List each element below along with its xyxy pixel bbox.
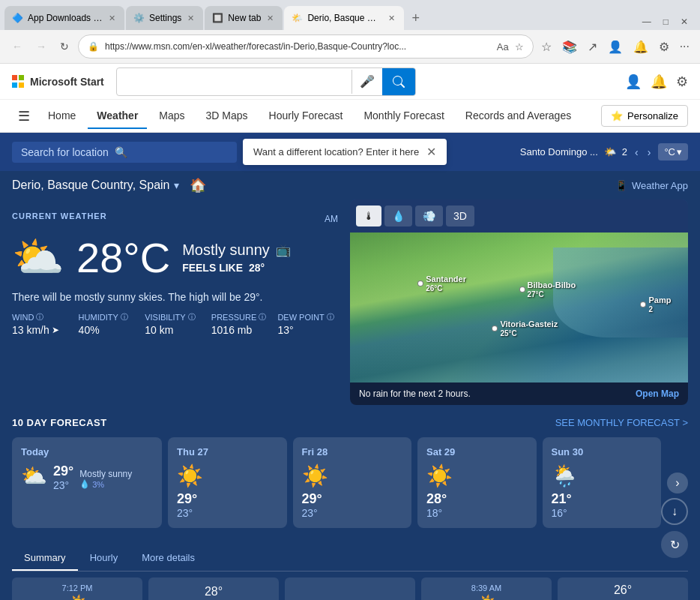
map-3d-button[interactable]: 3D xyxy=(446,206,474,226)
location-dropdown-icon: ▾ xyxy=(174,179,179,191)
summary-temp-5: 26° xyxy=(567,584,679,597)
read-mode-icon: Aa xyxy=(497,41,509,52)
personalize-button[interactable]: ⭐ Personalize xyxy=(601,105,688,127)
search-location-placeholder: Search for location xyxy=(21,146,109,158)
map-rain-info: No rain for the next 2 hours. Open Map xyxy=(350,382,688,405)
map-wind-button[interactable]: 💨 xyxy=(415,206,443,226)
forecast-low-today: 23° xyxy=(53,479,73,491)
msn-logo[interactable]: Microsoft Start xyxy=(12,75,104,88)
forecast-next-button[interactable]: › xyxy=(667,472,688,494)
tab-summary[interactable]: Summary xyxy=(12,546,78,571)
maximize-button[interactable]: □ xyxy=(659,14,673,30)
tab-derio[interactable]: 🌤️ Derio, Basque Countr... ✕ xyxy=(284,6,404,30)
map-temp-button[interactable]: 🌡 xyxy=(356,206,381,226)
weather-desc-title: Mostly sunny 📺 xyxy=(182,242,291,259)
address-text: https://www.msn.com/en-xl/weather/foreca… xyxy=(105,41,491,52)
nav-item-3d-maps[interactable]: 3D Maps xyxy=(197,104,257,129)
weather-app-button[interactable]: 📱 Weather App xyxy=(615,180,688,191)
nav-item-home[interactable]: Home xyxy=(39,104,85,129)
location-tooltip: Want a different location? Enter it here… xyxy=(243,139,447,165)
tab-more-details[interactable]: More details xyxy=(130,546,207,571)
stat-pressure: PRESSURE ⓘ 1016 mb xyxy=(211,312,272,336)
map-city-santander-label: Santander26°C xyxy=(426,274,466,292)
tab-hourly[interactable]: Hourly xyxy=(78,546,130,571)
tab-close-3[interactable]: ✕ xyxy=(265,12,275,25)
summary-card-5: 26° xyxy=(558,578,688,600)
summary-row: 7:12 PM ☀️ 28° Today 28° Thu 27 8:39 AM … xyxy=(12,572,688,600)
nav-item-weather[interactable]: Weather xyxy=(88,104,147,129)
msn-settings-button[interactable]: ⚙ xyxy=(676,74,688,90)
tab-close-2[interactable]: ✕ xyxy=(186,12,196,25)
address-bar[interactable]: 🔒 https://www.msn.com/en-xl/weather/fore… xyxy=(78,34,534,58)
bottom-section: Summary Hourly More details 7:12 PM ☀️ 2… xyxy=(0,540,700,600)
reload-button[interactable]: ↻ xyxy=(55,38,73,56)
tab-app-downloads[interactable]: 🔷 App Downloads for W... ✕ xyxy=(4,6,124,30)
tab-new-tab[interactable]: 🔲 New tab ✕ xyxy=(205,6,283,30)
minimize-button[interactable]: — xyxy=(638,14,656,30)
forecast-high-thu27: 29° xyxy=(177,491,278,507)
stat-dew-point-label: DEW POINT ⓘ xyxy=(277,312,338,322)
browser-toolbar: ← → ↻ 🔒 https://www.msn.com/en-xl/weathe… xyxy=(0,30,700,63)
open-map-button[interactable]: Open Map xyxy=(636,388,679,399)
forecast-rain-today: 💧 3% xyxy=(79,479,132,489)
hamburger-menu[interactable]: ☰ xyxy=(12,105,36,128)
msn-search-submit-button[interactable] xyxy=(382,68,415,95)
search-location-input[interactable]: Search for location 🔍 xyxy=(12,142,237,163)
stat-visibility: VISIBILITY ⓘ 10 km xyxy=(145,312,205,336)
forecast-card-today[interactable]: Today ⛅ 29° 23° Mostly sunny 💧 3% xyxy=(12,437,162,528)
weather-main-content: Search for location 🔍 Want a different l… xyxy=(0,133,700,600)
close-window-button[interactable]: ✕ xyxy=(676,14,693,30)
summary-icon-1: ☀️ xyxy=(21,594,133,600)
msn-search-input[interactable] xyxy=(117,71,351,92)
nav-item-monthly-forecast[interactable]: Monthly Forecast xyxy=(354,104,453,129)
summary-card-1: 7:12 PM ☀️ 28° Today xyxy=(12,578,142,600)
temp-unit-button[interactable]: °C ▾ xyxy=(658,143,688,160)
lock-icon: 🔒 xyxy=(88,41,99,52)
stat-pressure-value: 1016 mb xyxy=(211,324,272,336)
forecast-card-fri28[interactable]: Fri 28 ☀️ 29° 23° xyxy=(293,437,412,528)
tooltip-close-button[interactable]: ✕ xyxy=(426,145,436,159)
notifications-button[interactable]: 🔔 xyxy=(630,37,651,57)
map-display: Santander26°C Bilbao-Bilbo27°C Vitoria-G… xyxy=(350,232,688,382)
forecast-card-sun30[interactable]: Sun 30 🌦️ 21° 16° xyxy=(543,437,662,528)
feels-like: FEELS LIKE 28° xyxy=(182,262,291,274)
msn-search-bar[interactable]: 🎤 xyxy=(116,68,416,96)
nav-item-hourly-forecast[interactable]: Hourly Forecast xyxy=(260,104,352,129)
nav-item-records[interactable]: Records and Averages xyxy=(456,104,580,129)
msn-search-mic-button[interactable]: 🎤 xyxy=(351,70,382,94)
map-rain-button[interactable]: 💧 xyxy=(384,206,412,226)
back-button[interactable]: ← xyxy=(7,38,27,56)
forecast-day-thu27: Thu 27 xyxy=(177,446,278,458)
forecast-card-sat29[interactable]: Sat 29 ☀️ 28° 18° xyxy=(417,437,537,528)
tab-favicon-4: 🌤️ xyxy=(292,13,303,23)
msn-user-button[interactable]: 👤 xyxy=(625,74,642,90)
location-home-button[interactable]: 🏠 xyxy=(190,177,206,194)
location-next-button[interactable]: › xyxy=(646,145,653,160)
collections-button[interactable]: 📚 xyxy=(559,37,580,57)
msn-notifications-button[interactable]: 🔔 xyxy=(651,74,667,90)
forecast-card-thu27[interactable]: Thu 27 ☀️ 29° 23° xyxy=(168,437,287,528)
weather-stats: WIND ⓘ 13 km/h ➤ HUMIDITY ⓘ 40% xyxy=(12,312,338,336)
forward-button[interactable]: → xyxy=(31,38,51,56)
user-profile-button[interactable]: 👤 xyxy=(605,37,626,57)
more-button[interactable]: ··· xyxy=(677,37,693,56)
other-location-icon: 🌤️ xyxy=(604,146,616,158)
tab-settings[interactable]: ⚙️ Settings ✕ xyxy=(126,6,203,30)
location-name[interactable]: Derio, Basque Country, Spain ▾ xyxy=(12,178,179,192)
nav-item-maps[interactable]: Maps xyxy=(150,104,193,129)
settings-button[interactable]: ⚙ xyxy=(656,37,672,57)
see-monthly-button[interactable]: SEE MONTHLY FORECAST > xyxy=(555,417,688,428)
favorites-star-button[interactable]: ☆ xyxy=(538,37,555,57)
new-tab-button[interactable]: + xyxy=(405,6,426,30)
refresh-button[interactable]: ↻ xyxy=(661,531,688,558)
tab-close-1[interactable]: ✕ xyxy=(107,12,117,25)
scroll-down-button[interactable]: ↓ xyxy=(661,498,688,525)
tab-favicon-2: ⚙️ xyxy=(133,13,145,23)
share-button[interactable]: ↗ xyxy=(585,37,600,57)
tab-label-1: App Downloads for W... xyxy=(28,13,103,23)
location-prev-button[interactable]: ‹ xyxy=(633,145,640,160)
tab-close-4[interactable]: ✕ xyxy=(387,12,396,25)
stat-dew-point: DEW POINT ⓘ 13° xyxy=(277,312,338,336)
personalize-star-icon: ⭐ xyxy=(611,110,623,122)
weather-grid: CURRENT WEATHER AM ⛅ 28°C Mostly sunny 📺… xyxy=(0,200,700,405)
